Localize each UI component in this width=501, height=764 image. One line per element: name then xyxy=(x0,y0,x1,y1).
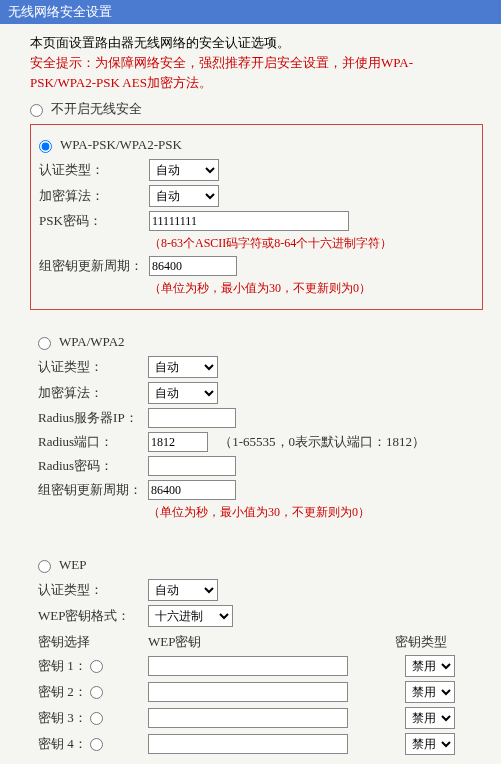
select-key1-type[interactable]: 禁用 xyxy=(405,655,455,677)
hint-psk: （8-63个ASCII码字符或8-64个十六进制字符） xyxy=(149,235,474,252)
label-auth-type: 认证类型： xyxy=(39,161,149,179)
option-wep[interactable]: WEP xyxy=(38,557,475,573)
input-group-rekey[interactable] xyxy=(149,256,237,276)
radio-key2[interactable] xyxy=(90,686,103,699)
wep-key-row-4: 密钥 4： 禁用 xyxy=(38,733,475,755)
label-wpa-enc: 加密算法： xyxy=(38,384,148,402)
warning-line2: PSK/WPA2-PSK AES加密方法。 xyxy=(30,74,483,92)
select-key3-type[interactable]: 禁用 xyxy=(405,707,455,729)
input-radius-port[interactable] xyxy=(148,432,208,452)
label-key3: 密钥 3： xyxy=(38,709,87,727)
select-wpapsk-enc[interactable]: 自动 xyxy=(149,185,219,207)
select-wep-fmt[interactable]: 十六进制 xyxy=(148,605,233,627)
label-enc-algo: 加密算法： xyxy=(39,187,149,205)
label-wep-fmt: WEP密钥格式： xyxy=(38,607,148,625)
input-wep-key3[interactable] xyxy=(148,708,348,728)
label-key1: 密钥 1： xyxy=(38,657,87,675)
label-group-rekey: 组密钥更新周期： xyxy=(39,257,149,275)
radio-wep-label: WEP xyxy=(59,557,86,572)
label-key4: 密钥 4： xyxy=(38,735,87,753)
header-key-type: 密钥类型 xyxy=(395,633,475,651)
label-radius-ip: Radius服务器IP： xyxy=(38,409,148,427)
radio-key3[interactable] xyxy=(90,712,103,725)
select-wep-auth[interactable]: 自动 xyxy=(148,579,218,601)
radio-wep[interactable] xyxy=(38,560,51,573)
radio-wpa[interactable] xyxy=(38,337,51,350)
radio-key1[interactable] xyxy=(90,660,103,673)
input-wpa-rekey[interactable] xyxy=(148,480,236,500)
hint-rekey: （单位为秒，最小值为30，不更新则为0） xyxy=(149,280,474,297)
select-wpa-auth[interactable]: 自动 xyxy=(148,356,218,378)
intro-text: 本页面设置路由器无线网络的安全认证选项。 xyxy=(30,34,483,52)
section-wpa: WPA/WPA2 认证类型： 自动 加密算法： 自动 Radius服务器IP： … xyxy=(30,322,483,533)
input-wep-key4[interactable] xyxy=(148,734,348,754)
section-wpa-psk: WPA-PSK/WPA2-PSK 认证类型： 自动 加密算法： 自动 PSK密码… xyxy=(30,124,483,310)
header-wep-key: WEP密钥 xyxy=(148,633,395,651)
label-wpa-auth: 认证类型： xyxy=(38,358,148,376)
radio-wpa-label: WPA/WPA2 xyxy=(59,334,125,349)
section-wep: WEP 认证类型： 自动 WEP密钥格式： 十六进制 密钥选择 WEP密钥 密钥… xyxy=(30,545,483,764)
header-key-select: 密钥选择 xyxy=(38,633,148,651)
radio-wpa-psk-label: WPA-PSK/WPA2-PSK xyxy=(60,137,182,152)
wep-key-row-3: 密钥 3： 禁用 xyxy=(38,707,475,729)
radio-disable-label: 不开启无线安全 xyxy=(51,101,142,116)
radio-key4[interactable] xyxy=(90,738,103,751)
input-radius-ip[interactable] xyxy=(148,408,236,428)
radio-disable[interactable] xyxy=(30,104,43,117)
select-wpapsk-auth[interactable]: 自动 xyxy=(149,159,219,181)
warning-line1: 安全提示：为保障网络安全，强烈推荐开启安全设置，并使用WPA- xyxy=(30,54,483,72)
window-title: 无线网络安全设置 xyxy=(0,0,501,24)
hint-wpa-rekey: （单位为秒，最小值为30，不更新则为0） xyxy=(148,504,475,521)
option-disable-security[interactable]: 不开启无线安全 xyxy=(30,100,483,118)
input-wep-key2[interactable] xyxy=(148,682,348,702)
main-content: 本页面设置路由器无线网络的安全认证选项。 安全提示：为保障网络安全，强烈推荐开启… xyxy=(0,24,501,764)
label-wep-auth: 认证类型： xyxy=(38,581,148,599)
option-wpa[interactable]: WPA/WPA2 xyxy=(38,334,475,350)
input-psk[interactable] xyxy=(149,211,349,231)
input-wep-key1[interactable] xyxy=(148,656,348,676)
label-radius-port: Radius端口： xyxy=(38,433,148,451)
radio-wpa-psk[interactable] xyxy=(39,140,52,153)
label-psk: PSK密码： xyxy=(39,212,149,230)
select-key4-type[interactable]: 禁用 xyxy=(405,733,455,755)
label-wpa-rekey: 组密钥更新周期： xyxy=(38,481,148,499)
option-wpa-psk[interactable]: WPA-PSK/WPA2-PSK xyxy=(39,137,474,153)
label-key2: 密钥 2： xyxy=(38,683,87,701)
wep-key-row-1: 密钥 1： 禁用 xyxy=(38,655,475,677)
label-radius-pw: Radius密码： xyxy=(38,457,148,475)
input-radius-pw[interactable] xyxy=(148,456,236,476)
select-wpa-enc[interactable]: 自动 xyxy=(148,382,218,404)
select-key2-type[interactable]: 禁用 xyxy=(405,681,455,703)
hint-port: （1-65535，0表示默认端口：1812） xyxy=(219,434,425,449)
wep-key-row-2: 密钥 2： 禁用 xyxy=(38,681,475,703)
